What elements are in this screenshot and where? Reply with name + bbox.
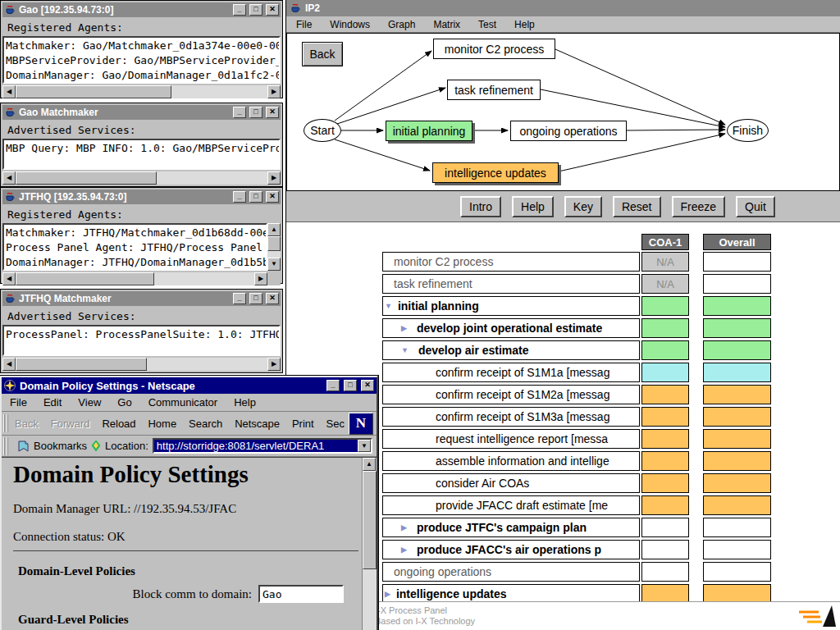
coa1-cell[interactable] bbox=[641, 363, 689, 382]
coa1-cell[interactable] bbox=[641, 451, 689, 471]
task-cell[interactable]: confirm receipt of S1M2a [messag bbox=[382, 385, 640, 404]
task-cell[interactable]: ▶produce JTFC's campaign plan bbox=[382, 518, 640, 537]
maximize-button[interactable]: □ bbox=[249, 107, 262, 118]
netscape-logo[interactable]: N bbox=[349, 413, 373, 435]
coa1-cell[interactable]: N/A bbox=[641, 252, 689, 272]
scroll-right-icon[interactable]: ▶ bbox=[267, 85, 281, 98]
jtfhq-services-list[interactable]: ProcessPanel: ProcessPanelSuite: 1.0: JT… bbox=[2, 325, 281, 356]
overall-cell[interactable] bbox=[703, 340, 771, 360]
maximize-button[interactable]: □ bbox=[249, 191, 262, 203]
coa1-cell[interactable] bbox=[641, 473, 689, 493]
overall-cell[interactable] bbox=[703, 252, 771, 272]
graph-node-task-refinement[interactable]: task refinement bbox=[447, 80, 541, 100]
coa1-cell[interactable] bbox=[641, 385, 689, 404]
task-cell[interactable]: consider Air COAs bbox=[382, 473, 640, 493]
scroll-up-icon[interactable]: ▲ bbox=[267, 223, 281, 236]
url-field[interactable]: http://storridge:8081/servlet/DERA1 ▼ bbox=[153, 438, 372, 454]
block-domain-input[interactable] bbox=[258, 585, 344, 603]
horizontal-scrollbar[interactable]: ◀ ▶ bbox=[2, 85, 281, 98]
scroll-right-icon[interactable]: ▶ bbox=[267, 358, 281, 371]
ip2-title-bar[interactable]: IP2 bbox=[286, 0, 840, 16]
location-bar-grip-handle[interactable] bbox=[3, 437, 10, 455]
gao-matchmaker-title-bar[interactable]: Gao Matchmaker _ □ ✕ bbox=[2, 105, 281, 120]
graph-node-monitor-c2-process[interactable]: monitor C2 process bbox=[433, 39, 555, 59]
scroll-left-icon[interactable]: ◀ bbox=[2, 272, 16, 285]
scrollbar-thumb[interactable] bbox=[16, 358, 147, 371]
coa1-cell[interactable]: N/A bbox=[641, 274, 689, 294]
vertical-scrollbar[interactable]: ▲ bbox=[362, 458, 377, 630]
netscape-menu-file[interactable]: File bbox=[10, 396, 27, 409]
task-cell[interactable]: monitor C2 process bbox=[382, 252, 640, 272]
maximize-button[interactable]: □ bbox=[249, 4, 262, 16]
overall-cell[interactable] bbox=[703, 274, 771, 294]
coa1-cell[interactable] bbox=[641, 296, 689, 316]
column-header-coa1[interactable]: COA-1 bbox=[641, 234, 689, 250]
task-cell[interactable]: ▶produce JFACC's air operations p bbox=[382, 540, 640, 559]
overall-cell[interactable] bbox=[703, 562, 771, 582]
task-cell[interactable]: request intelligence report [messa bbox=[382, 429, 640, 449]
task-cell[interactable]: ▼develop air estimate bbox=[382, 340, 640, 360]
graph-node-finish[interactable]: Finish bbox=[727, 119, 769, 142]
netscape-menu-edit[interactable]: Edit bbox=[43, 396, 62, 409]
overall-cell[interactable] bbox=[703, 363, 771, 382]
close-button[interactable]: ✕ bbox=[266, 191, 279, 203]
maximize-button[interactable]: □ bbox=[344, 380, 357, 391]
scroll-right-icon[interactable]: ▶ bbox=[254, 272, 267, 285]
expand-triangle-icon[interactable]: ▶ bbox=[385, 590, 390, 598]
task-cell[interactable]: ▶develop joint operational estimate bbox=[382, 318, 640, 338]
ip2-menu-help[interactable]: Help bbox=[514, 19, 535, 30]
ip2-menu-test[interactable]: Test bbox=[478, 19, 496, 30]
overall-cell[interactable] bbox=[703, 495, 771, 515]
close-button[interactable]: ✕ bbox=[266, 4, 279, 16]
gao-agent-list[interactable]: Matchmaker: Gao/Matchmaker_0d1a374e-00e0… bbox=[2, 36, 281, 84]
minimize-button[interactable]: _ bbox=[233, 191, 246, 203]
scroll-left-icon[interactable]: ◀ bbox=[2, 171, 16, 185]
task-cell[interactable]: confirm receipt of S1M3a [messag bbox=[382, 407, 640, 427]
overall-cell[interactable] bbox=[703, 296, 771, 316]
security-button[interactable]: Sec bbox=[325, 416, 346, 431]
minimize-button[interactable]: _ bbox=[233, 107, 246, 118]
ip2-menu-graph[interactable]: Graph bbox=[388, 19, 415, 30]
scrollbar-thumb[interactable] bbox=[363, 471, 377, 569]
jtfhq-matchmaker-title-bar[interactable]: JTFHQ Matchmaker _ □ ✕ bbox=[2, 291, 281, 306]
overall-cell[interactable] bbox=[703, 540, 771, 559]
netscape-title-bar[interactable]: Domain Policy Settings - Netscape _ □ ✕ bbox=[2, 377, 377, 394]
task-cell[interactable]: task refinement bbox=[382, 274, 640, 294]
overall-cell[interactable] bbox=[703, 518, 771, 537]
url-dropdown-icon[interactable]: ▼ bbox=[358, 440, 371, 452]
graph-node-intelligence-updates[interactable]: intelligence updates bbox=[432, 162, 559, 183]
scroll-left-icon[interactable]: ◀ bbox=[2, 85, 16, 98]
close-button[interactable]: ✕ bbox=[361, 380, 374, 391]
overall-cell[interactable] bbox=[703, 407, 771, 427]
netscape-menu-go[interactable]: Go bbox=[117, 396, 131, 409]
minimize-button[interactable]: _ bbox=[326, 380, 340, 391]
scroll-left-icon[interactable]: ◀ bbox=[2, 358, 16, 371]
graph-node-initial-planning[interactable]: initial planning bbox=[386, 121, 472, 141]
minimize-button[interactable]: _ bbox=[233, 293, 246, 304]
netscape-menu-view[interactable]: View bbox=[78, 396, 101, 409]
reload-button[interactable]: Reload bbox=[100, 416, 137, 431]
task-cell[interactable]: assemble information and intellige bbox=[382, 451, 640, 471]
coa1-cell[interactable] bbox=[641, 495, 689, 515]
collapse-triangle-icon[interactable]: ▼ bbox=[385, 302, 392, 310]
task-cell[interactable]: provide JFACC draft estimate [me bbox=[382, 495, 640, 515]
panel-button-freeze[interactable]: Freeze bbox=[672, 196, 726, 217]
overall-cell[interactable] bbox=[703, 451, 771, 471]
overall-cell[interactable] bbox=[703, 318, 771, 338]
scrollbar-thumb[interactable] bbox=[16, 171, 157, 185]
overall-cell[interactable] bbox=[703, 473, 771, 493]
panel-button-quit[interactable]: Quit bbox=[736, 196, 775, 217]
jtfhq-title-bar[interactable]: JTFHQ [192.35.94.73:0] _ □ ✕ bbox=[2, 189, 281, 204]
panel-button-reset[interactable]: Reset bbox=[613, 196, 661, 217]
netscape-button[interactable]: Netscape bbox=[233, 416, 281, 431]
scrollbar-thumb[interactable] bbox=[16, 272, 154, 285]
overall-cell[interactable] bbox=[703, 429, 771, 449]
coa1-cell[interactable] bbox=[641, 518, 689, 537]
scroll-down-icon[interactable]: ▼ bbox=[267, 258, 281, 271]
horizontal-scrollbar[interactable]: ◀ ▶ bbox=[2, 358, 281, 371]
jtfhq-agent-list[interactable]: Matchmaker: JTFHQ/Matchmaker_0d1b68dd-00… bbox=[2, 223, 267, 271]
forward-button[interactable]: Forward bbox=[49, 416, 92, 431]
scroll-up-icon[interactable]: ▲ bbox=[363, 458, 376, 471]
coa1-cell[interactable] bbox=[641, 318, 689, 338]
print-button[interactable]: Print bbox=[290, 416, 316, 431]
